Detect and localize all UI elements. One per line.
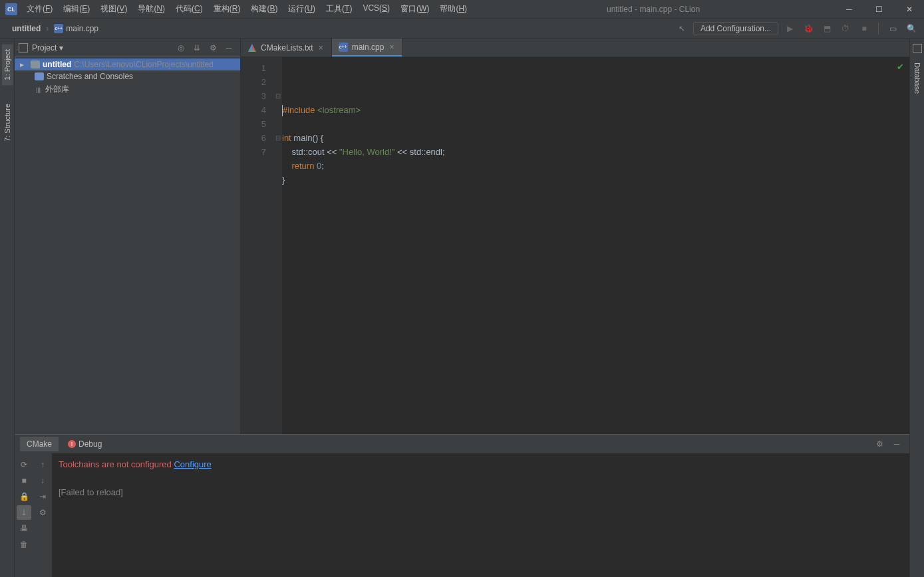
stop-button[interactable]: ■ — [857, 21, 871, 36]
search-everywhere-button[interactable]: 🔍 — [904, 21, 919, 36]
code-editor[interactable]: ✔ #include <iostream> int main() { std::… — [282, 57, 909, 434]
bottom-tabs: CMake ! Debug ⚙ ─ — [15, 435, 909, 453]
left-tool-gutter: 1: Project 7: Structure — [0, 39, 15, 577]
breadcrumb-file[interactable]: main.cpp — [66, 24, 98, 33]
separator — [878, 23, 879, 35]
breadcrumb-sep: › — [43, 24, 51, 33]
tree-item-Scratches and Consoles[interactable]: Scratches and Consoles — [15, 70, 240, 82]
stop-console-button[interactable]: ■ — [17, 473, 31, 488]
error-icon: ! — [68, 440, 76, 448]
menu-运行[interactable]: 运行(U) — [283, 1, 321, 17]
breadcrumb[interactable]: untitled › c++ main.cpp — [12, 24, 98, 33]
project-tool-tab[interactable]: 1: Project — [2, 44, 13, 85]
inspection-ok-icon[interactable]: ✔ — [897, 60, 904, 74]
print-button[interactable]: 🖶 — [17, 521, 31, 536]
add-configuration-button[interactable]: Add Configuration... — [693, 22, 778, 35]
console-output[interactable]: Toolchains are not configured Configure … — [52, 453, 909, 577]
debug-tab[interactable]: ! Debug — [61, 437, 108, 451]
nav-toolbar: untitled › c++ main.cpp ↖ Add Configurat… — [0, 19, 924, 39]
structure-tool-tab[interactable]: 7: Structure — [2, 98, 13, 147]
main-menu: 文件(F)编辑(E)视图(V)导航(N)代码(C)重构(R)构建(B)运行(U)… — [21, 1, 472, 17]
down-button[interactable]: ↓ — [35, 473, 50, 488]
menu-窗口[interactable]: 窗口(W) — [395, 1, 434, 17]
editor-tabs: CMakeLists.txt×c++main.cpp× — [241, 39, 909, 57]
reload-button[interactable]: ⟳ — [17, 457, 31, 472]
filter-button[interactable]: 🔒 — [17, 489, 31, 504]
cmake-tab[interactable]: CMake — [20, 437, 59, 451]
back-button[interactable]: ↖ — [675, 21, 689, 36]
breadcrumb-project[interactable]: untitled — [12, 24, 41, 33]
menu-构建[interactable]: 构建(B) — [245, 1, 283, 17]
cpp-file-icon: c++ — [54, 24, 63, 33]
cpp-file-icon: c++ — [339, 43, 348, 52]
chevron-right-icon[interactable]: ▸ — [20, 60, 28, 69]
run-button[interactable]: ▶ — [782, 21, 797, 36]
profile-button[interactable]: ⏱ — [838, 21, 853, 36]
configure-link[interactable]: Configure — [174, 459, 211, 469]
tab-close-button[interactable]: × — [388, 43, 395, 52]
locate-button[interactable]: ◎ — [174, 41, 188, 55]
project-view-selector[interactable]: Project ▾ — [32, 43, 63, 53]
tree-item-外部库[interactable]: ⫼ 外部库 — [15, 82, 240, 96]
menu-重构[interactable]: 重构(R) — [208, 1, 246, 17]
database-tool-tab[interactable]: Database — [912, 57, 923, 99]
menu-视图[interactable]: 视图(V) — [95, 1, 132, 17]
window-title: untitled - main.cpp - CLion — [472, 5, 834, 14]
bottom-panel: CMake ! Debug ⚙ ─ ⟳ ↑ ■ — [15, 434, 909, 577]
maximize-button[interactable]: ☐ — [864, 0, 894, 19]
project-panel: Project ▾ ◎ ⇊ ⚙ ─ ▸untitled C:\Users\Len… — [15, 39, 241, 434]
panel-settings-button[interactable]: ⚙ — [872, 437, 887, 451]
chevron-down-icon: ▾ — [59, 43, 63, 53]
folder-icon — [31, 60, 40, 68]
line-number-gutter[interactable]: 1234567 — [241, 57, 274, 434]
fold-gutter[interactable]: ⊟⊟ — [274, 57, 282, 434]
minimize-button[interactable]: ─ — [834, 0, 864, 19]
cmake-icon — [247, 43, 257, 53]
menu-工具[interactable]: 工具(T) — [321, 1, 357, 17]
up-button[interactable]: ↑ — [35, 457, 50, 472]
scroll-button[interactable]: ⤓ — [17, 505, 31, 520]
settings-console-button[interactable]: ⚙ — [35, 505, 50, 520]
title-bar: CL 文件(F)编辑(E)视图(V)导航(N)代码(C)重构(R)构建(B)运行… — [0, 0, 924, 19]
console-toolbar: ⟳ ↑ ■ ↓ 🔒 ⇥ ⤓ ⚙ — [15, 453, 52, 577]
menu-编辑[interactable]: 编辑(E) — [58, 1, 95, 17]
hide-panel-button[interactable]: ─ — [222, 41, 236, 55]
project-tree[interactable]: ▸untitled C:\Users\Lenovo\CLionProjects\… — [15, 57, 240, 434]
app-icon: CL — [5, 3, 17, 15]
menu-导航[interactable]: 导航(N) — [132, 1, 170, 17]
coverage-button[interactable]: ⬒ — [820, 21, 834, 36]
wrap-button[interactable]: ⇥ — [35, 489, 50, 504]
database-icon[interactable] — [913, 44, 922, 53]
editor-tab-main.cpp[interactable]: c++main.cpp× — [332, 39, 403, 57]
right-tool-gutter: Database — [909, 39, 924, 577]
menu-VCS[interactable]: VCS(S) — [357, 1, 395, 17]
settings-button[interactable]: ⚙ — [206, 41, 220, 55]
console-failed-text: [Failed to reload] — [59, 485, 903, 499]
debug-icon-button[interactable]: 🐞 — [801, 21, 816, 36]
project-panel-header: Project ▾ ◎ ⇊ ⚙ ─ — [15, 39, 240, 57]
tree-item-untitled[interactable]: ▸untitled C:\Users\Lenovo\CLionProjects\… — [15, 58, 240, 70]
library-icon: ⫼ — [35, 85, 43, 94]
menu-代码[interactable]: 代码(C) — [170, 1, 208, 17]
scratches-icon — [35, 72, 44, 80]
layout-button[interactable]: ▭ — [885, 21, 900, 36]
menu-文件[interactable]: 文件(F) — [21, 1, 58, 17]
close-button[interactable]: ✕ — [894, 0, 924, 19]
menu-帮助[interactable]: 帮助(H) — [434, 1, 472, 17]
collapse-all-button[interactable]: ⇊ — [190, 41, 204, 55]
tab-close-button[interactable]: × — [317, 43, 325, 53]
editor-area: CMakeLists.txt×c++main.cpp× 1234567 ⊟⊟ ✔… — [241, 39, 909, 434]
trash-button[interactable]: 🗑 — [17, 537, 31, 552]
console-error-text: Toolchains are not configured — [59, 459, 172, 469]
panel-hide-button[interactable]: ─ — [889, 437, 904, 451]
editor-tab-CMakeLists.txt[interactable]: CMakeLists.txt× — [241, 39, 332, 57]
